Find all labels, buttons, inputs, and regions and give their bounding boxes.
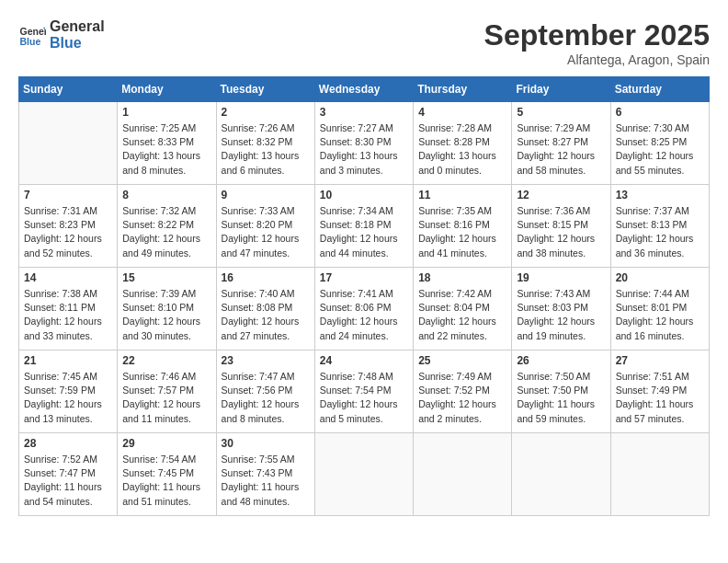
calendar-day: 13Sunrise: 7:37 AM Sunset: 8:13 PM Dayli…: [610, 185, 709, 268]
day-info: Sunrise: 7:25 AM Sunset: 8:33 PM Dayligh…: [122, 121, 210, 178]
calendar-day: 26Sunrise: 7:50 AM Sunset: 7:50 PM Dayli…: [512, 350, 610, 433]
calendar-week: 7Sunrise: 7:31 AM Sunset: 8:23 PM Daylig…: [19, 185, 710, 268]
calendar-day: 7Sunrise: 7:31 AM Sunset: 8:23 PM Daylig…: [19, 185, 118, 268]
calendar-body: 1Sunrise: 7:25 AM Sunset: 8:33 PM Daylig…: [19, 102, 710, 516]
day-number: 18: [418, 271, 506, 284]
day-info: Sunrise: 7:45 AM Sunset: 7:59 PM Dayligh…: [24, 370, 112, 426]
calendar-day: [512, 433, 610, 516]
day-info: Sunrise: 7:46 AM Sunset: 7:57 PM Dayligh…: [122, 370, 210, 426]
logo-icon: General Blue: [18, 21, 46, 49]
day-info: Sunrise: 7:28 AM Sunset: 8:28 PM Dayligh…: [418, 121, 506, 178]
day-info: Sunrise: 7:32 AM Sunset: 8:22 PM Dayligh…: [122, 204, 210, 260]
calendar-week: 1Sunrise: 7:25 AM Sunset: 8:33 PM Daylig…: [19, 102, 710, 185]
day-info: Sunrise: 7:50 AM Sunset: 7:50 PM Dayligh…: [517, 370, 605, 426]
weekday-header: Sunday: [19, 77, 118, 102]
day-info: Sunrise: 7:27 AM Sunset: 8:30 PM Dayligh…: [320, 121, 408, 178]
logo-blue: Blue: [50, 35, 105, 52]
day-info: Sunrise: 7:30 AM Sunset: 8:25 PM Dayligh…: [616, 121, 704, 178]
calendar-day: [314, 433, 413, 516]
day-info: Sunrise: 7:44 AM Sunset: 8:01 PM Dayligh…: [616, 287, 704, 343]
day-number: 8: [122, 189, 210, 201]
day-number: 26: [517, 354, 605, 367]
calendar-day: 9Sunrise: 7:33 AM Sunset: 8:20 PM Daylig…: [216, 185, 314, 268]
calendar-day: 28Sunrise: 7:52 AM Sunset: 7:47 PM Dayli…: [19, 433, 118, 516]
day-info: Sunrise: 7:34 AM Sunset: 8:18 PM Dayligh…: [320, 204, 408, 260]
title-block: September 2025 Alfantega, Aragon, Spain: [484, 18, 710, 67]
calendar-day: [610, 433, 709, 516]
day-info: Sunrise: 7:29 AM Sunset: 8:27 PM Dayligh…: [517, 121, 605, 178]
location: Alfantega, Aragon, Spain: [484, 52, 710, 67]
calendar-day: 30Sunrise: 7:55 AM Sunset: 7:43 PM Dayli…: [216, 433, 314, 516]
day-info: Sunrise: 7:39 AM Sunset: 8:10 PM Dayligh…: [122, 287, 210, 343]
page-header: General Blue General Blue September 2025…: [18, 18, 710, 67]
weekday-header: Friday: [512, 77, 610, 102]
weekday-header: Wednesday: [314, 77, 413, 102]
day-info: Sunrise: 7:26 AM Sunset: 8:32 PM Dayligh…: [222, 121, 310, 178]
calendar-day: 25Sunrise: 7:49 AM Sunset: 7:52 PM Dayli…: [414, 350, 512, 433]
day-number: 30: [222, 437, 310, 450]
day-info: Sunrise: 7:33 AM Sunset: 8:20 PM Dayligh…: [222, 204, 310, 260]
day-info: Sunrise: 7:42 AM Sunset: 8:04 PM Dayligh…: [418, 287, 506, 343]
calendar-day: 21Sunrise: 7:45 AM Sunset: 7:59 PM Dayli…: [19, 350, 118, 433]
calendar-day: 22Sunrise: 7:46 AM Sunset: 7:57 PM Dayli…: [118, 350, 216, 433]
calendar-day: 2Sunrise: 7:26 AM Sunset: 8:32 PM Daylig…: [216, 102, 314, 185]
calendar-day: 12Sunrise: 7:36 AM Sunset: 8:15 PM Dayli…: [512, 185, 610, 268]
day-number: 15: [122, 271, 210, 284]
day-number: 14: [24, 271, 112, 284]
calendar-day: [19, 102, 118, 185]
day-number: 1: [122, 106, 210, 119]
day-number: 9: [222, 189, 310, 201]
day-number: 29: [122, 437, 210, 450]
day-info: Sunrise: 7:31 AM Sunset: 8:23 PM Dayligh…: [24, 204, 112, 260]
calendar-day: 29Sunrise: 7:54 AM Sunset: 7:45 PM Dayli…: [118, 433, 216, 516]
weekday-header: Monday: [118, 77, 216, 102]
day-number: 10: [320, 189, 408, 201]
calendar-table: SundayMondayTuesdayWednesdayThursdayFrid…: [18, 76, 710, 516]
calendar-day: 17Sunrise: 7:41 AM Sunset: 8:06 PM Dayli…: [314, 268, 413, 350]
calendar-day: 15Sunrise: 7:39 AM Sunset: 8:10 PM Dayli…: [118, 268, 216, 350]
calendar-day: 27Sunrise: 7:51 AM Sunset: 7:49 PM Dayli…: [610, 350, 709, 433]
weekday-header: Saturday: [610, 77, 709, 102]
calendar-day: 11Sunrise: 7:35 AM Sunset: 8:16 PM Dayli…: [414, 185, 512, 268]
svg-text:Blue: Blue: [20, 35, 41, 46]
weekday-header: Thursday: [414, 77, 512, 102]
day-number: 24: [320, 354, 408, 367]
day-number: 3: [320, 106, 408, 119]
calendar-day: [414, 433, 512, 516]
calendar-day: 23Sunrise: 7:47 AM Sunset: 7:56 PM Dayli…: [216, 350, 314, 433]
calendar-day: 18Sunrise: 7:42 AM Sunset: 8:04 PM Dayli…: [414, 268, 512, 350]
day-number: 25: [418, 354, 506, 367]
day-info: Sunrise: 7:43 AM Sunset: 8:03 PM Dayligh…: [517, 287, 605, 343]
day-number: 11: [418, 189, 506, 201]
weekday-header: Tuesday: [216, 77, 314, 102]
calendar-day: 4Sunrise: 7:28 AM Sunset: 8:28 PM Daylig…: [414, 102, 512, 185]
day-number: 27: [616, 354, 704, 367]
day-info: Sunrise: 7:36 AM Sunset: 8:15 PM Dayligh…: [517, 204, 605, 260]
day-info: Sunrise: 7:40 AM Sunset: 8:08 PM Dayligh…: [222, 287, 310, 343]
day-number: 17: [320, 271, 408, 284]
day-info: Sunrise: 7:38 AM Sunset: 8:11 PM Dayligh…: [24, 287, 112, 343]
day-info: Sunrise: 7:48 AM Sunset: 7:54 PM Dayligh…: [320, 370, 408, 426]
day-number: 7: [24, 189, 112, 201]
calendar-day: 19Sunrise: 7:43 AM Sunset: 8:03 PM Dayli…: [512, 268, 610, 350]
day-info: Sunrise: 7:47 AM Sunset: 7:56 PM Dayligh…: [222, 370, 310, 426]
calendar-week: 21Sunrise: 7:45 AM Sunset: 7:59 PM Dayli…: [19, 350, 710, 433]
calendar-day: 1Sunrise: 7:25 AM Sunset: 8:33 PM Daylig…: [118, 102, 216, 185]
calendar-day: 16Sunrise: 7:40 AM Sunset: 8:08 PM Dayli…: [216, 268, 314, 350]
day-info: Sunrise: 7:55 AM Sunset: 7:43 PM Dayligh…: [222, 453, 310, 509]
day-number: 12: [517, 189, 605, 201]
day-info: Sunrise: 7:54 AM Sunset: 7:45 PM Dayligh…: [122, 453, 210, 509]
logo-general: General: [50, 18, 105, 35]
day-number: 22: [122, 354, 210, 367]
calendar-header: SundayMondayTuesdayWednesdayThursdayFrid…: [19, 77, 710, 102]
day-number: 21: [24, 354, 112, 367]
day-info: Sunrise: 7:37 AM Sunset: 8:13 PM Dayligh…: [616, 204, 704, 260]
calendar-day: 5Sunrise: 7:29 AM Sunset: 8:27 PM Daylig…: [512, 102, 610, 185]
calendar-day: 14Sunrise: 7:38 AM Sunset: 8:11 PM Dayli…: [19, 268, 118, 350]
day-number: 4: [418, 106, 506, 119]
day-number: 5: [517, 106, 605, 119]
day-number: 16: [222, 271, 310, 284]
day-info: Sunrise: 7:51 AM Sunset: 7:49 PM Dayligh…: [616, 370, 704, 426]
calendar-day: 6Sunrise: 7:30 AM Sunset: 8:25 PM Daylig…: [610, 102, 709, 185]
calendar-day: 24Sunrise: 7:48 AM Sunset: 7:54 PM Dayli…: [314, 350, 413, 433]
